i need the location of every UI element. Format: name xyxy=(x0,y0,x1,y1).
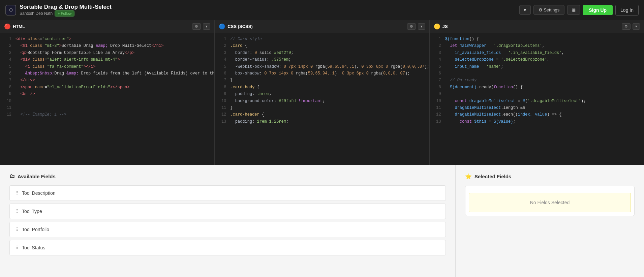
selected-panel-title: ⭐ Selected Fields xyxy=(465,173,635,180)
code-body-css[interactable]: 1 // Card style 2 .card { 3 border: 0 so… xyxy=(215,33,429,165)
line-number: 2 xyxy=(219,42,226,49)
author-row: Santosh Deb Nath + Follow xyxy=(20,10,112,17)
code-content: $(document).ready(function() { xyxy=(445,84,523,91)
code-line: 12 <!-- Example: 1 --> xyxy=(0,111,214,118)
lower-section: 🗂 Available Fields ⠿ Tool Description ⠿ … xyxy=(0,165,644,277)
lang-label: JS xyxy=(442,24,448,29)
grid-button[interactable]: ▦ xyxy=(567,5,580,15)
code-line: 4 <div class="alert alert-info small mt-… xyxy=(0,56,214,63)
field-label: Tool Portfolio xyxy=(22,227,49,232)
editor-expand-btn[interactable]: ▾ xyxy=(203,23,210,30)
line-number: 10 xyxy=(434,98,441,104)
settings-button[interactable]: ⚙ Settings xyxy=(533,5,565,15)
code-body-js[interactable]: 1 $(function() { 2 let mainWrapper = '.d… xyxy=(430,33,644,165)
code-line: 11 xyxy=(0,104,214,111)
code-line: 1 $(function() { xyxy=(430,36,644,42)
signup-button[interactable]: Sign Up xyxy=(583,5,613,15)
editor-header-left: 🔴 HTML xyxy=(4,23,25,30)
follow-button[interactable]: + Follow xyxy=(55,10,74,17)
drag-handle-icon: ⠿ xyxy=(15,190,19,196)
list-item[interactable]: ⠿ Tool Status xyxy=(9,240,446,255)
code-content: &nbsp;&nbsp;Drag &amp; Drop fields from … xyxy=(16,70,214,77)
editor-header-css: 🔵 CSS (SCSS) ⚙ ▾ xyxy=(215,20,429,33)
code-line: 13 padding: 1rem 1.25rem; xyxy=(215,118,429,125)
editor-panel-html[interactable]: 🔴 HTML ⚙ ▾ 1 <div class="container"> 2 <… xyxy=(0,20,215,165)
editor-expand-btn[interactable]: ▾ xyxy=(418,23,425,30)
html-dot-icon: 🔴 xyxy=(4,23,11,30)
code-content: .card-header { xyxy=(230,111,264,118)
drag-handle-icon: ⠿ xyxy=(15,245,19,250)
js-dot-icon: 🟡 xyxy=(434,23,440,30)
available-panel: 🗂 Available Fields ⠿ Tool Description ⠿ … xyxy=(0,165,455,277)
line-number: 1 xyxy=(4,36,11,42)
code-line: 12 .card-header { xyxy=(215,111,429,118)
field-label: Tool Status xyxy=(22,245,45,250)
code-line: 8 .card-body { xyxy=(215,84,429,91)
line-number: 12 xyxy=(4,111,11,118)
editor-expand-btn[interactable]: ▾ xyxy=(633,23,640,30)
code-content: // Card style xyxy=(230,36,262,42)
code-line: 11 } xyxy=(215,104,429,111)
field-label: Tool Description xyxy=(22,190,56,196)
available-title-label: Available Fields xyxy=(18,174,56,179)
code-line: 6 xyxy=(430,70,644,77)
available-icon: 🗂 xyxy=(9,173,15,179)
line-number: 2 xyxy=(4,42,11,49)
editor-panel-css[interactable]: 🔵 CSS (SCSS) ⚙ ▾ 1 // Card style 2 .card… xyxy=(215,20,429,165)
code-line: 9 <br /> xyxy=(0,91,214,97)
code-line: 6 box-shadow: 0 7px 14px 0 rgba(59,65,94… xyxy=(215,70,429,77)
line-number: 7 xyxy=(219,77,226,84)
line-number: 5 xyxy=(434,63,441,70)
code-line: 10 xyxy=(0,98,214,104)
line-number: 11 xyxy=(434,104,441,111)
code-content: const dragableMultiselect = $('.dragable… xyxy=(445,98,586,104)
line-number: 4 xyxy=(219,56,226,63)
code-line: 3 border: 0 solid #edf2f9; xyxy=(215,50,429,56)
list-item[interactable]: ⠿ Tool Description xyxy=(9,185,446,201)
selected-title-label: Selected Fields xyxy=(474,174,511,179)
editor-settings-btn[interactable]: ⚙ xyxy=(622,23,631,30)
editor-panel-js[interactable]: 🟡 JS ⚙ ▾ 1 $(function() { 2 let mainWrap… xyxy=(430,20,644,165)
line-number: 5 xyxy=(4,63,11,70)
line-number: 3 xyxy=(219,50,226,56)
no-fields-box: No Fields Selected xyxy=(469,193,631,212)
code-body-html[interactable]: 1 <div class="container"> 2 <h1 class="m… xyxy=(0,33,214,165)
editor-settings-btn[interactable]: ⚙ xyxy=(192,23,201,30)
code-line: 8 $(document).ready(function() { xyxy=(430,84,644,91)
code-content: } xyxy=(230,77,233,84)
topnav: ⬡ Sortable Drag & Drop Multi-Select Sant… xyxy=(0,0,644,20)
code-line: 7 </div> xyxy=(0,77,214,84)
code-content: dragableMultiselect.each((index, value) … xyxy=(445,111,562,118)
css-dot-icon: 🔵 xyxy=(219,23,225,30)
author-name: Santosh Deb Nath xyxy=(20,11,53,16)
code-content: border-radius: .375rem; xyxy=(230,56,291,63)
code-content: dragableMultiselect.length && xyxy=(445,104,525,111)
heart-button[interactable]: ♥ xyxy=(519,5,531,15)
code-content: // On ready xyxy=(445,77,477,84)
code-content: border: 0 solid #edf2f9; xyxy=(230,50,293,56)
editor-header-left: 🟡 JS xyxy=(434,23,448,30)
code-content: <span name="el_validationErrorFields"></… xyxy=(16,84,129,91)
lang-label: HTML xyxy=(13,24,25,29)
topnav-left: ⬡ Sortable Drag & Drop Multi-Select Sant… xyxy=(5,4,112,17)
editor-settings-btn[interactable]: ⚙ xyxy=(407,23,416,30)
line-number: 2 xyxy=(434,42,441,49)
login-button[interactable]: Log In xyxy=(615,5,639,16)
code-content: <div class="alert alert-info small mt-4"… xyxy=(16,56,120,63)
code-line: 9 xyxy=(430,91,644,97)
line-number: 8 xyxy=(4,84,11,91)
selected-card: No Fields Selected xyxy=(465,186,635,216)
app-logo: ⬡ xyxy=(5,5,16,16)
list-item[interactable]: ⠿ Tool Type xyxy=(9,204,446,219)
code-line: 1 <div class="container"> xyxy=(0,36,214,42)
no-fields-label: No Fields Selected xyxy=(530,200,570,205)
lang-label: CSS (SCSS) xyxy=(227,24,252,29)
code-content: .card-body { xyxy=(230,84,259,91)
list-item[interactable]: ⠿ Tool Portfolio xyxy=(9,222,446,237)
code-content: } xyxy=(230,104,233,111)
line-number: 4 xyxy=(4,56,11,63)
code-line: 2 let mainWrapper = '.dragSortableItems'… xyxy=(430,42,644,49)
code-line: 3 in_available_fields = '.in_available_f… xyxy=(430,50,644,56)
line-number: 3 xyxy=(434,50,441,56)
code-content: input_name = 'name'; xyxy=(445,63,503,70)
